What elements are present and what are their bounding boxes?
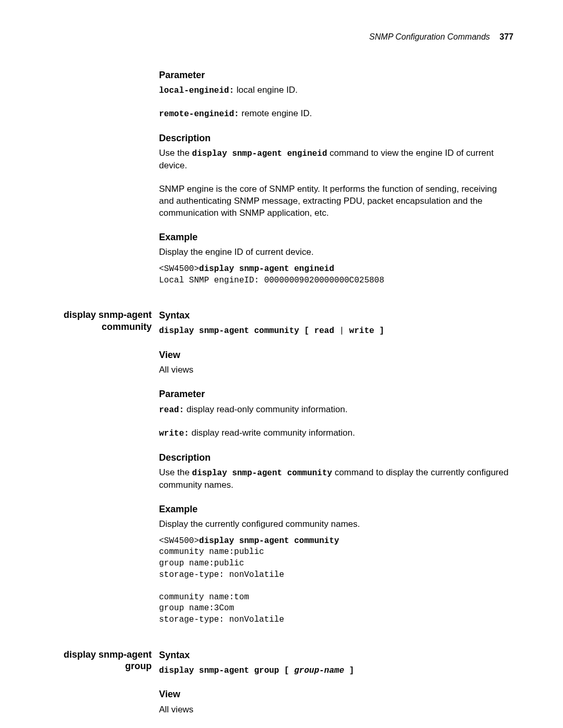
side-label-column: display snmp-agent group bbox=[50, 649, 159, 673]
mono-run: storage-type: nonVolatile bbox=[159, 615, 284, 624]
text-run: All views bbox=[159, 705, 193, 714]
mono-run: <SW4500> bbox=[159, 264, 199, 274]
block-heading: Example bbox=[159, 503, 513, 515]
spacer bbox=[159, 102, 513, 108]
content-block: Syntaxdisplay snmp-agent community [ rea… bbox=[159, 309, 513, 337]
mono-run: group name:public bbox=[159, 559, 244, 568]
spacer bbox=[159, 177, 513, 183]
code-run: write ] bbox=[344, 326, 384, 336]
text-run: display read-only community information. bbox=[184, 404, 348, 414]
block-heading: Parameter bbox=[159, 388, 513, 400]
header-section-title: SNMP Configuration Commands bbox=[369, 32, 490, 41]
code-run: display snmp-agent group [ bbox=[159, 666, 294, 675]
content-block: Syntaxdisplay snmp-agent group [ group-n… bbox=[159, 649, 513, 677]
text-run: Use the bbox=[159, 467, 192, 477]
header-page-number: 377 bbox=[499, 32, 513, 41]
block-heading: Syntax bbox=[159, 649, 513, 661]
code-run: display snmp-agent engineid bbox=[192, 149, 327, 158]
command-label: display snmp-agent group bbox=[50, 649, 152, 672]
spacer bbox=[50, 637, 513, 649]
content-block: ViewAll views bbox=[159, 688, 513, 715]
command-label: display snmp-agent community bbox=[50, 309, 152, 332]
paragraph: remote-engineid: remote engine ID. bbox=[159, 108, 513, 120]
code-run: | bbox=[339, 326, 345, 336]
spacer bbox=[50, 298, 513, 309]
paragraph: write: display read-write community info… bbox=[159, 427, 513, 440]
side-label-column: display snmp-agent community bbox=[50, 309, 159, 333]
block-heading: View bbox=[159, 688, 513, 700]
spacer bbox=[159, 421, 513, 427]
code-run: display snmp-agent community [ read bbox=[159, 326, 339, 336]
text-run: Use the bbox=[159, 148, 192, 158]
mono-run: community name:tom bbox=[159, 593, 249, 602]
code-run: read: bbox=[159, 405, 184, 415]
paragraph: display snmp-agent community [ read | wr… bbox=[159, 325, 513, 337]
text-run: remote engine ID. bbox=[239, 108, 312, 118]
paragraph: All views bbox=[159, 364, 513, 376]
document-page: SNMP Configuration Commands 377 Paramete… bbox=[0, 0, 563, 728]
paragraph: read: display read-only community inform… bbox=[159, 404, 513, 416]
text-run: Display the engine ID of current device. bbox=[159, 247, 314, 257]
text-run: SNMP engine is the core of SNMP entity. … bbox=[159, 184, 497, 218]
block-heading: Description bbox=[159, 132, 513, 144]
paragraph: local-engineid: local engine ID. bbox=[159, 84, 513, 97]
text-run: Display the currently configured communi… bbox=[159, 519, 360, 529]
command-section: display snmp-agent communitySyntaxdispla… bbox=[50, 309, 513, 637]
command-section: display snmp-agent groupSyntaxdisplay sn… bbox=[50, 649, 513, 727]
content-block: DescriptionUse the display snmp-agent co… bbox=[159, 451, 513, 491]
code-block: <SW4500>display snmp-agent community com… bbox=[159, 536, 513, 626]
block-heading: Syntax bbox=[159, 309, 513, 322]
paragraph: Use the display snmp-agent community com… bbox=[159, 467, 513, 491]
mono-run: storage-type: nonVolatile bbox=[159, 570, 284, 579]
text-run: All views bbox=[159, 365, 193, 375]
content-block: ExampleDisplay the currently configured … bbox=[159, 503, 513, 626]
code-run: remote-engineid: bbox=[159, 109, 239, 119]
paragraph: SNMP engine is the core of SNMP entity. … bbox=[159, 183, 513, 219]
text-run: display read-write community information… bbox=[189, 428, 355, 438]
content-block: ExampleDisplay the engine ID of current … bbox=[159, 231, 513, 286]
content-block: ViewAll views bbox=[159, 349, 513, 376]
paragraph: All views bbox=[159, 704, 513, 716]
code-run: display snmp-agent community bbox=[192, 468, 332, 478]
page-content: Parameterlocal-engineid: local engine ID… bbox=[50, 69, 513, 728]
code-run: write: bbox=[159, 429, 189, 438]
code-run: local-engineid: bbox=[159, 86, 234, 95]
paragraph: Display the currently configured communi… bbox=[159, 519, 513, 530]
paragraph: Display the engine ID of current device. bbox=[159, 246, 513, 258]
mono-run: display snmp-agent engineid bbox=[199, 264, 334, 274]
paragraph: display snmp-agent group [ group-name ] bbox=[159, 664, 513, 677]
mono-run: display snmp-agent community bbox=[199, 536, 339, 546]
command-section: Parameterlocal-engineid: local engine ID… bbox=[50, 69, 513, 298]
paragraph: Use the display snmp-agent engineid comm… bbox=[159, 147, 513, 172]
content-block: Parameterlocal-engineid: local engine ID… bbox=[159, 69, 513, 120]
code-run: group-name bbox=[294, 666, 344, 675]
main-column: Syntaxdisplay snmp-agent group [ group-n… bbox=[159, 649, 513, 727]
block-heading: Description bbox=[159, 451, 513, 464]
block-heading: View bbox=[159, 349, 513, 361]
content-block: DescriptionUse the display snmp-agent en… bbox=[159, 132, 513, 219]
code-run: ] bbox=[344, 666, 354, 675]
block-heading: Example bbox=[159, 231, 513, 243]
mono-run: group name:3Com bbox=[159, 603, 234, 613]
block-heading: Parameter bbox=[159, 69, 513, 81]
code-block: <SW4500>display snmp-agent engineid Loca… bbox=[159, 264, 513, 286]
running-header: SNMP Configuration Commands 377 bbox=[50, 31, 513, 43]
mono-run: community name:public bbox=[159, 547, 264, 557]
main-column: Syntaxdisplay snmp-agent community [ rea… bbox=[159, 309, 513, 637]
main-column: Parameterlocal-engineid: local engine ID… bbox=[159, 69, 513, 298]
mono-run: <SW4500> bbox=[159, 536, 199, 546]
text-run: local engine ID. bbox=[234, 85, 298, 95]
content-block: Parameterread: display read-only communi… bbox=[159, 388, 513, 439]
mono-run: Local SNMP engineID: 00000009020000000C0… bbox=[159, 276, 384, 285]
